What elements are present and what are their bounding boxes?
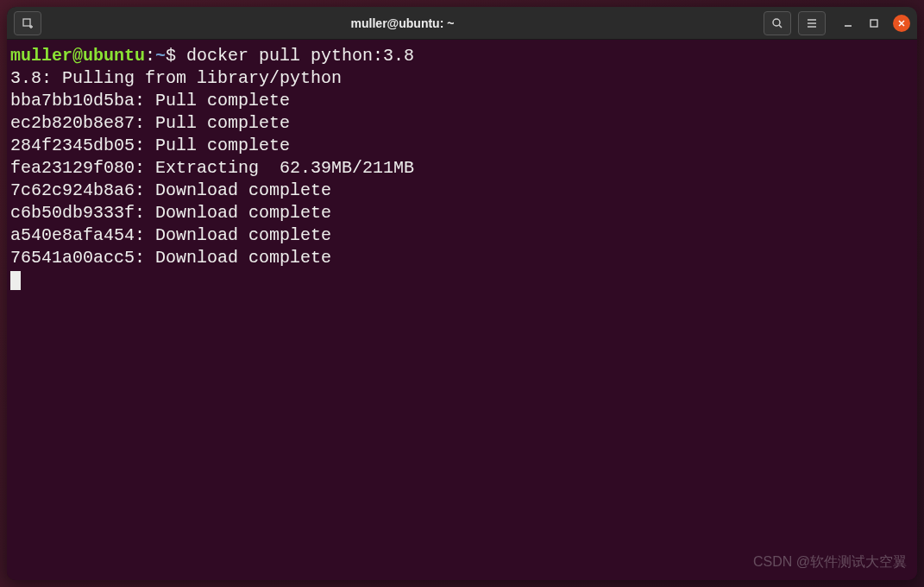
layer-id: fea23129f080 [10,158,135,178]
layer-line: fea23129f080: Extracting 62.39MB/211MB [10,157,914,180]
cursor [10,271,21,290]
hamburger-icon [806,17,818,29]
layer-status: Download complete [155,180,331,200]
titlebar: muller@ubuntu: ~ [7,7,917,40]
layer-status: Pull complete [155,136,290,155]
layer-id: ec2b820b8e87 [10,113,135,133]
layer-line: bba7bb10d5ba: Pull complete [10,90,914,112]
svg-point-3 [773,19,780,26]
layer-id: c6b50db9333f [10,203,135,223]
layer-status: Download complete [155,248,331,268]
maximize-button[interactable] [867,16,881,30]
svg-line-4 [779,25,782,28]
search-icon [771,17,783,29]
layer-status: Pull complete [155,91,290,110]
output-pulling-from: 3.8: Pulling from library/python [10,67,914,90]
layer-line: c6b50db9333f: Download complete [10,202,914,224]
minimize-icon [844,19,852,28]
layer-line: 76541a00acc5: Download complete [10,247,914,269]
layer-status: Pull complete [155,113,290,133]
prompt-colon: : [145,46,155,66]
svg-rect-9 [871,20,877,27]
minimize-button[interactable] [841,16,855,30]
prompt-path: ~ [155,46,166,66]
command-text: docker pull python:3.8 [186,46,414,66]
close-icon [897,19,906,28]
cursor-line [10,269,914,292]
layer-line: ec2b820b8e87: Pull complete [10,112,914,135]
svg-rect-0 [23,19,30,26]
layer-line: a540e8afa454: Download complete [10,224,914,247]
search-button[interactable] [764,11,791,35]
window-title: muller@ubuntu: ~ [41,16,764,30]
layer-status: Download complete [155,225,331,245]
layer-id: 284f2345db05 [10,136,135,155]
layer-id: a540e8afa454 [10,225,135,245]
new-tab-button[interactable] [14,11,41,35]
terminal-body[interactable]: muller@ubuntu:~$ docker pull python:3.8 … [7,40,917,580]
layer-line: 284f2345db05: Pull complete [10,135,914,157]
prompt-dollar: $ [166,46,186,66]
prompt-user-host: muller@ubuntu [10,46,145,66]
layer-status: Extracting 62.39MB/211MB [155,158,414,178]
terminal-window: muller@ubuntu: ~ [7,7,917,580]
maximize-icon [870,19,878,28]
layer-status: Download complete [155,203,331,223]
layer-id: bba7bb10d5ba [10,91,135,110]
layer-line: 7c62c924b8a6: Download complete [10,180,914,202]
new-tab-icon [22,17,34,29]
layer-id: 76541a00acc5 [10,248,135,268]
close-button[interactable] [893,15,910,32]
menu-button[interactable] [798,11,826,35]
prompt-line: muller@ubuntu:~$ docker pull python:3.8 [10,45,914,67]
layer-id: 7c62c924b8a6 [10,180,135,200]
